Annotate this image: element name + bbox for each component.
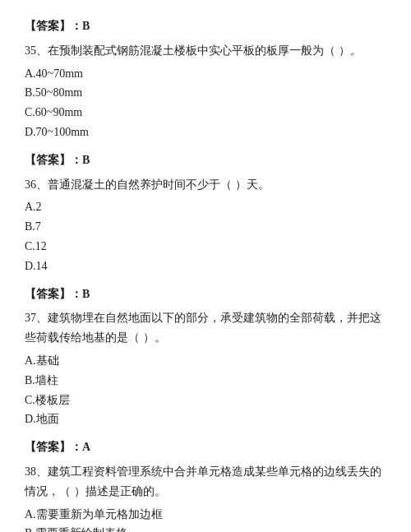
option-36-b: B.7 <box>25 217 386 237</box>
answer-37: 【答案】：B <box>25 285 386 304</box>
option-37-d: D.地面 <box>25 409 386 429</box>
section-37: 【答案】：B 37、建筑物埋在自然地面以下的部分，承受建筑物的全部荷载，并把这些… <box>25 285 386 430</box>
answer-38: 【答案】：A <box>25 437 386 457</box>
question-text-38: 38、建筑工程资料管理系统中合并单元格造成某些单元格的边线丢失的情况，（ ）描述… <box>25 462 386 502</box>
option-36-a: A.2 <box>25 197 386 217</box>
option-36-d: D.14 <box>25 257 386 276</box>
question-text-35: 35、在预制装配式钢筋混凝土楼板中实心平板的板厚一般为（ ）。 <box>25 41 386 61</box>
option-37-a: A.基础 <box>25 351 386 371</box>
section-36: 【答案】：B 36、普通混凝土的自然养护时间不少于（ ）天。 A.2 B.7 C… <box>25 150 386 276</box>
option-37-c: C.楼板层 <box>25 391 386 410</box>
question-text-37: 37、建筑物埋在自然地面以下的部分，承受建筑物的全部荷载，并把这些荷载传给地基的… <box>25 308 386 348</box>
option-35-c: C.60~90mm <box>25 103 386 123</box>
option-38-a: A.需要重新为单元格加边框 <box>25 505 386 525</box>
answer-36: 【答案】：B <box>25 150 386 170</box>
option-38-b: B.需要重新绘制表格 <box>25 524 386 532</box>
question-block-37: 37、建筑物埋在自然地面以下的部分，承受建筑物的全部荷载，并把这些荷载传给地基的… <box>25 308 386 429</box>
page-content: 【答案】：B 35、在预制装配式钢筋混凝土楼板中实心平板的板厚一般为（ ）。 A… <box>25 16 386 532</box>
option-35-a: A.40~70mm <box>25 64 386 84</box>
answer-35: 【答案】：B <box>25 16 386 36</box>
option-37-b: B.墙柱 <box>25 371 386 391</box>
option-36-c: C.12 <box>25 237 386 257</box>
option-35-d: D.70~100mm <box>25 123 386 142</box>
section-38: 【答案】：A 38、建筑工程资料管理系统中合并单元格造成某些单元格的边线丢失的情… <box>25 437 386 532</box>
question-text-36: 36、普通混凝土的自然养护时间不少于（ ）天。 <box>25 175 386 195</box>
question-block-35: 35、在预制装配式钢筋混凝土楼板中实心平板的板厚一般为（ ）。 A.40~70m… <box>25 41 386 142</box>
question-block-36: 36、普通混凝土的自然养护时间不少于（ ）天。 A.2 B.7 C.12 D.1… <box>25 175 386 276</box>
question-block-38: 38、建筑工程资料管理系统中合并单元格造成某些单元格的边线丢失的情况，（ ）描述… <box>25 462 386 532</box>
option-35-b: B.50~80mm <box>25 83 386 103</box>
section-35: 【答案】：B 35、在预制装配式钢筋混凝土楼板中实心平板的板厚一般为（ ）。 A… <box>25 16 386 142</box>
